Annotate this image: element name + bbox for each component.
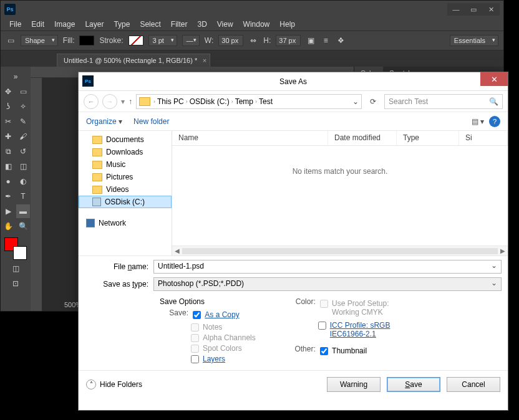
col-type[interactable]: Type	[397, 131, 459, 145]
menu-window[interactable]: Window	[238, 19, 275, 30]
new-folder-button[interactable]: New folder	[133, 117, 169, 126]
maximize-button[interactable]: ▭	[465, 3, 482, 16]
tree-osdisk[interactable]: OSDisk (C:)	[79, 196, 172, 208]
menu-3d[interactable]: 3D	[192, 19, 211, 30]
healing-tool[interactable]: ✚	[1, 130, 15, 143]
scroll-right-icon[interactable]: ▶	[498, 247, 508, 254]
crumb-this-pc[interactable]: This PC	[157, 97, 184, 106]
expand-tools-icon[interactable]: »	[9, 70, 22, 84]
scroll-track[interactable]	[182, 248, 498, 254]
back-button[interactable]: ←	[84, 94, 99, 109]
save-button[interactable]: Save	[387, 377, 440, 392]
scroll-left-icon[interactable]: ◀	[172, 247, 182, 254]
crumb-dropdown-icon[interactable]: ⌄	[352, 97, 359, 106]
lasso-tool[interactable]: ʖ	[1, 100, 15, 113]
fg-bg-colors[interactable]	[4, 237, 27, 260]
menu-type[interactable]: Type	[109, 19, 135, 30]
up-button[interactable]: ↑	[129, 97, 132, 106]
layers-link[interactable]: Layers	[203, 355, 225, 363]
menu-edit[interactable]: Edit	[26, 19, 49, 30]
layers-checkbox[interactable]	[191, 355, 199, 363]
saveastype-dropdown[interactable]: Photoshop (*.PSD;*.PDD)	[153, 277, 502, 291]
background-swatch[interactable]	[13, 246, 27, 260]
workspace-switcher[interactable]: Essentials	[450, 35, 498, 46]
icc-checkbox[interactable]	[318, 322, 326, 330]
fill-swatch[interactable]	[79, 36, 94, 45]
breadcrumb[interactable]: › This PC› OSDisk (C:)› Temp› Test ⌄	[136, 94, 362, 109]
marquee-tool[interactable]: ▭	[16, 85, 30, 98]
menu-help[interactable]: Help	[274, 19, 300, 30]
screenmode-icon[interactable]: ⊡	[9, 277, 22, 290]
path-ops-icon[interactable]: ▣	[306, 36, 316, 45]
forward-button[interactable]: →	[102, 94, 117, 109]
thumbnail-checkbox[interactable]	[320, 347, 328, 355]
as-copy-link[interactable]: As a Copy	[205, 310, 239, 319]
tool-preset-icon[interactable]: ▭	[6, 36, 16, 45]
gradient-tool[interactable]: ◫	[16, 160, 30, 173]
zoom-tool[interactable]: 🔍	[16, 219, 30, 233]
horizontal-scrollbar[interactable]: ◀ ▶	[172, 246, 508, 255]
align-icon[interactable]: ≡	[321, 36, 331, 45]
menu-file[interactable]: File	[4, 19, 26, 30]
shape-mode-dropdown[interactable]: Shape	[21, 35, 58, 46]
move-tool[interactable]: ✥	[1, 85, 15, 98]
as-copy-checkbox[interactable]	[193, 311, 201, 319]
search-input[interactable]: Search Test 🔍	[384, 94, 503, 109]
tree-documents[interactable]: Documents	[79, 133, 172, 146]
height-field[interactable]	[276, 35, 301, 46]
tree-network[interactable]: Network	[79, 217, 172, 229]
hand-tool[interactable]: ✋	[1, 219, 15, 233]
stroke-width-dropdown[interactable]: 3 pt	[148, 35, 177, 46]
help-icon[interactable]: ?	[489, 116, 500, 127]
tree-downloads[interactable]: Downloads	[79, 146, 172, 158]
stroke-type-dropdown[interactable]: —	[182, 35, 200, 46]
crumb-test[interactable]: Test	[259, 97, 273, 106]
width-field[interactable]	[218, 35, 243, 46]
eyedropper-tool[interactable]: ✎	[16, 115, 30, 128]
link-wh-icon[interactable]: ⇔	[248, 36, 258, 45]
arrange-icon[interactable]: ❖	[336, 36, 346, 45]
organize-button[interactable]: Organize ▾	[86, 117, 122, 126]
rectangle-tool[interactable]: ▬	[16, 204, 30, 218]
stroke-swatch[interactable]	[129, 36, 143, 45]
list-header[interactable]: Name Date modified Type Si	[172, 131, 508, 146]
menu-select[interactable]: Select	[135, 19, 165, 30]
eraser-tool[interactable]: ◧	[1, 160, 15, 173]
col-name[interactable]: Name	[172, 131, 328, 145]
brush-tool[interactable]: 🖌	[16, 130, 30, 143]
type-tool[interactable]: T	[16, 189, 30, 203]
refresh-button[interactable]: ⟳	[366, 94, 381, 109]
folder-tree[interactable]: Documents Downloads Music Pictures Video…	[79, 131, 172, 255]
stamp-tool[interactable]: ⧉	[1, 145, 15, 158]
document-tab[interactable]: Untitled-1 @ 500% (Rectangle 1, RGB/16) …	[57, 54, 210, 67]
close-button[interactable]: ✕	[482, 3, 500, 16]
blur-tool[interactable]: ●	[1, 174, 15, 188]
menu-view[interactable]: View	[212, 19, 238, 30]
hide-folders-button[interactable]: ˄ Hide Folders	[86, 379, 142, 389]
dodge-tool[interactable]: ◐	[16, 174, 30, 188]
minimize-button[interactable]: —	[447, 3, 465, 16]
magic-wand-tool[interactable]: ✧	[16, 100, 30, 113]
file-list[interactable]: Name Date modified Type Si No items matc…	[172, 131, 508, 255]
tree-pictures[interactable]: Pictures	[79, 171, 172, 183]
crumb-osdisk[interactable]: OSDisk (C:)	[190, 97, 230, 106]
dialog-close-button[interactable]: ✕	[480, 72, 508, 86]
quickmask-icon[interactable]: ◫	[9, 262, 22, 275]
menu-filter[interactable]: Filter	[166, 19, 193, 30]
menu-layer[interactable]: Layer	[80, 19, 109, 30]
col-size[interactable]: Si	[459, 131, 508, 145]
view-options-button[interactable]: ▤ ▾	[472, 117, 484, 126]
tree-music[interactable]: Music	[79, 158, 172, 171]
history-brush-tool[interactable]: ↺	[16, 145, 30, 158]
cancel-button[interactable]: Cancel	[447, 377, 500, 392]
pen-tool[interactable]: ✒	[1, 189, 15, 203]
warning-button[interactable]: Warning	[327, 377, 381, 392]
tree-videos[interactable]: Videos	[79, 183, 172, 196]
filename-input[interactable]: Untitled-1.psd	[153, 260, 502, 274]
menu-image[interactable]: Image	[49, 19, 80, 30]
path-select-tool[interactable]: ▶	[1, 204, 15, 218]
crumb-temp[interactable]: Temp	[235, 97, 253, 106]
crop-tool[interactable]: ✂	[1, 115, 15, 128]
icc-link[interactable]: ICC Profile: sRGB IEC61966-2.1	[330, 321, 424, 338]
recent-locations-dropdown[interactable]: ▾	[121, 97, 125, 106]
